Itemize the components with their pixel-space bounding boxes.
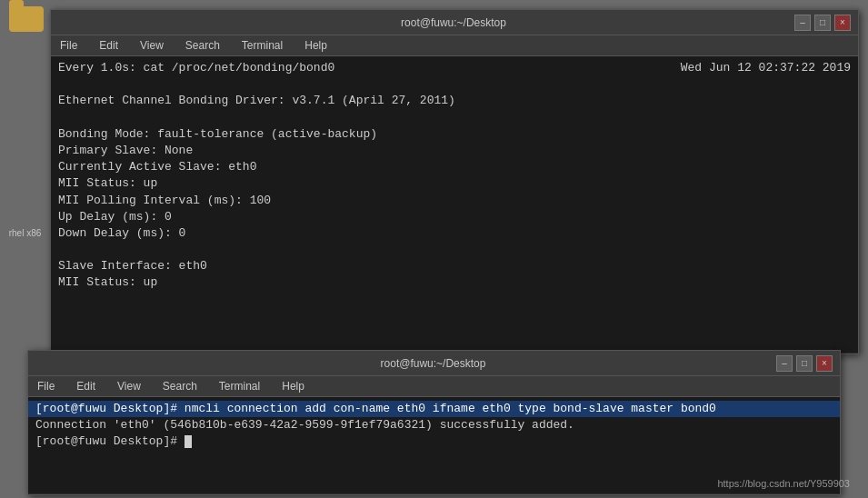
- menu-edit-top[interactable]: Edit: [94, 37, 124, 54]
- watermark: https://blog.csdn.net/Y959903: [717, 478, 850, 489]
- title-bottom: root@fuwu:~/Desktop: [90, 357, 776, 370]
- menubar-top: File Edit View Search Terminal Help: [51, 35, 858, 56]
- menu-search-bottom[interactable]: Search: [157, 378, 203, 394]
- window-controls-bottom: – □ ×: [776, 355, 833, 372]
- cursor: [185, 435, 192, 448]
- highlight-line: [root@fuwu Desktop]# nmcli connection ad…: [28, 401, 840, 417]
- terminal-window-bottom: root@fuwu:~/Desktop – □ × File Edit View…: [27, 350, 841, 495]
- menu-terminal-bottom[interactable]: Terminal: [214, 378, 265, 394]
- minimize-button-top[interactable]: –: [794, 15, 811, 31]
- terminal-body-top: Every 1.0s: cat /proc/net/bonding/bond0 …: [51, 56, 858, 353]
- terminal-line-11: Down Delay (ms): 0: [58, 225, 851, 242]
- menu-file-top[interactable]: File: [55, 37, 83, 54]
- terminal-line-3: Ethernet Channel Bonding Driver: v3.7.1 …: [58, 93, 851, 109]
- maximize-button-top[interactable]: □: [814, 15, 831, 31]
- menu-edit-bottom[interactable]: Edit: [71, 378, 101, 394]
- maximize-button-bottom[interactable]: □: [796, 355, 813, 372]
- menu-view-bottom[interactable]: View: [112, 378, 146, 394]
- titlebar-bottom: root@fuwu:~/Desktop – □ ×: [28, 351, 840, 376]
- terminal-line-7: Currently Active Slave: eth0: [58, 159, 851, 175]
- terminal-line-9: MII Polling Interval (ms): 100: [58, 193, 851, 209]
- side-label: rhel x86: [0, 227, 50, 239]
- menu-search-top[interactable]: Search: [180, 37, 225, 54]
- minimize-button-bottom[interactable]: –: [776, 355, 793, 372]
- folder-icon: [9, 0, 45, 32]
- terminal-line-10: Up Delay (ms): 0: [58, 209, 851, 225]
- menu-view-top[interactable]: View: [135, 37, 169, 54]
- terminal-prompt-line: [root@fuwu Desktop]#: [35, 433, 833, 450]
- menu-help-top[interactable]: Help: [299, 37, 333, 54]
- terminal-line-13: MII Status: up: [58, 274, 851, 291]
- side-label-text: rhel x86: [9, 228, 42, 238]
- terminal-line-8: MII Status: up: [58, 175, 851, 192]
- window-controls-top: – □ ×: [794, 15, 851, 31]
- terminal-line-12: Slave Interface: eth0: [58, 258, 851, 274]
- menu-terminal-top[interactable]: Terminal: [236, 37, 288, 54]
- terminal-line-5: Bonding Mode: fault-tolerance (active-ba…: [58, 126, 851, 143]
- terminal-window-top: root@fuwu:~/Desktop – □ × File Edit View…: [50, 9, 859, 354]
- terminal-line-1: Every 1.0s: cat /proc/net/bonding/bond0 …: [58, 60, 851, 76]
- close-button-bottom[interactable]: ×: [816, 355, 833, 372]
- menu-file-bottom[interactable]: File: [32, 378, 60, 394]
- menubar-bottom: File Edit View Search Terminal Help: [28, 376, 840, 397]
- terminal-line-success: Connection 'eth0' (546b810b-e639-42a2-95…: [35, 417, 833, 433]
- title-top: root@fuwu:~/Desktop: [113, 16, 794, 29]
- close-button-top[interactable]: ×: [834, 15, 851, 31]
- menu-help-bottom[interactable]: Help: [276, 378, 310, 394]
- titlebar-top: root@fuwu:~/Desktop – □ ×: [51, 10, 858, 35]
- terminal-line-6: Primary Slave: None: [58, 143, 851, 159]
